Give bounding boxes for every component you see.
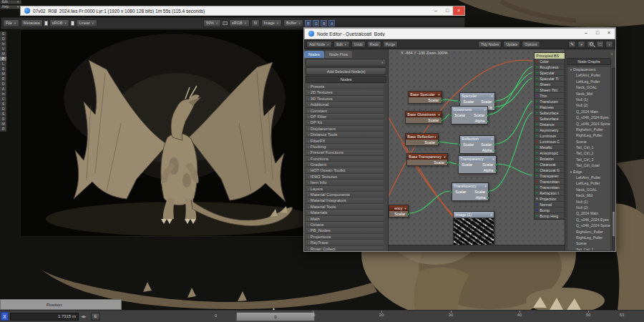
node-category-item[interactable]: ›Functions [306,156,384,162]
tab-nodes[interactable]: Nodes [304,51,324,58]
node-category-item[interactable]: ›Additional [306,102,384,107]
edit-menu[interactable]: Edit▼ [0,0,21,4]
channel-node[interactable]: Reflection▼ ScalarScalar Alpha [459,135,495,154]
node-category-item[interactable]: ›Displacement [306,126,384,132]
base-material-node[interactable]: ency▼ Scalar [389,205,409,218]
tool-strip-letter[interactable]: S [0,102,6,107]
tool-strip-letter[interactable]: L [0,62,6,67]
input-port[interactable] [536,94,538,97]
minimize-button[interactable]: – [580,29,592,39]
input-port[interactable] [536,77,538,79]
frame-slider[interactable]: 0 [236,312,315,321]
principled-input-row[interactable]: Thin [535,93,565,99]
base-material-node[interactable]: Base Glossiness▼ Scalar [405,111,442,124]
node-category-item[interactable]: ›Layers [306,186,384,192]
node-graph-item[interactable]: Tail_Ctrl_Goal [567,162,610,168]
maximize-button[interactable]: □ [441,6,453,15]
tool-strip-letter[interactable]: S [0,67,6,72]
panel-collapse-control[interactable]: ▼ [565,49,615,58]
tool-strip-letter[interactable]: A [0,87,6,92]
tool-strip-letter[interactable]: R [0,77,6,82]
input-port[interactable] [536,203,538,205]
principled-input-row[interactable]: Clearcoat [535,162,565,167]
tool-strip-letter[interactable]: S [0,112,6,117]
principled-input-row[interactable]: Asymmetry [535,127,565,133]
node-graph-item[interactable]: Q_2024 Main [567,109,610,114]
node-graph-item[interactable]: Q_2024 Main [567,210,610,216]
input-port[interactable] [536,106,538,108]
input-port[interactable] [536,186,538,188]
node-graph-item[interactable]: Tail_Ctrl_3 [567,157,610,162]
close-button[interactable]: × [603,29,615,39]
input-port[interactable] [451,191,453,193]
channel-node[interactable]: Glossiness▼ ScalarScalar Alpha [451,106,488,125]
principled-input-row[interactable]: Normal [535,202,565,208]
principled-input-row[interactable]: Luminous C [535,139,565,145]
help-menu[interactable]: Help▼ [0,5,21,9]
file-button[interactable]: File▼ [3,19,19,27]
node-graph-item[interactable]: Tail_Ctrl_2 [567,150,610,156]
input-port[interactable] [536,135,538,137]
undo-button[interactable]: Undo [351,41,366,48]
tidy-nodes-button[interactable]: Tidy Nodes [478,41,502,48]
node-graph-item[interactable]: Neck_Mid [567,192,610,198]
zoom-icon[interactable] [587,41,595,48]
tool-strip-letter[interactable]: M [0,72,6,77]
principled-input-row[interactable]: Anisotropic [535,150,565,156]
principled-input-row[interactable]: Flatness [535,104,565,110]
node-preset-select[interactable]: ▼ [306,59,386,67]
minimize-button[interactable]: – [430,6,441,15]
node-category-item[interactable]: ›Constant [306,108,384,114]
envelope-button[interactable]: E [91,313,100,321]
principled-input-row[interactable]: Color [535,59,565,64]
principled-input-row[interactable]: Specular [535,70,565,76]
edit-button[interactable]: Edit▼ [333,41,350,48]
node-graph-item[interactable]: Neck_GOAL [567,84,610,90]
principled-input-row[interactable]: Roughness [535,64,565,70]
node-category-item[interactable]: ›DP Filter [306,114,384,119]
image-texture-node[interactable]: Image (1)▼ [453,211,494,245]
tool-strip-letter[interactable]: D [0,82,6,87]
input-port[interactable] [536,215,538,217]
principled-input-row[interactable]: Subsurface [535,110,565,116]
principled-input-row[interactable]: Sheen [535,82,565,87]
principled-bsdf-node[interactable]: Principled BS Color Roughness Specular S… [534,52,565,220]
tool-strip-letter[interactable]: S [0,117,6,122]
node-category-item[interactable]: ›Rman Collect [306,246,384,251]
display-srgb-select[interactable]: sRGB▼ [229,19,250,27]
pan-icon[interactable]: + [577,41,585,48]
node-graph-item[interactable]: LeftLeg_Puller [567,180,610,186]
principled-input-row[interactable]: Bump Heig [535,213,565,219]
node-category-item[interactable]: ›HOT Ocean Toolkit [306,167,384,173]
node-category-item[interactable]: ›Materials [306,210,384,215]
principled-input-row[interactable]: Rotation [535,156,565,162]
value-stepper[interactable]: ◀▶ [81,313,87,321]
input-port[interactable] [450,114,452,117]
tool-strip-letter[interactable]: D [0,107,6,112]
node-graph-item[interactable]: RightLeg_Puller [567,235,610,240]
node-category-item[interactable]: ›3D Textures [306,96,384,102]
input-port[interactable] [536,140,538,142]
channel-x-button[interactable]: X [1,312,9,321]
node-graph-item[interactable]: Null (1) [567,199,610,205]
node-category-item[interactable]: ›Gradient [306,162,384,167]
node-graph-item[interactable]: LeftLeg_Puller [567,79,610,84]
node-graph-item[interactable]: Scene [567,240,610,246]
node-graph-item[interactable]: Q_v046_2024 Eyes [567,217,610,223]
linear-select[interactable]: Linear▼ [76,19,97,27]
expand-panel-icon[interactable]: › [605,41,613,48]
input-port[interactable] [536,83,538,85]
node-graph-canvas[interactable]: X -664 Y -130 Zoom 100% [389,49,565,251]
principled-input-row[interactable]: Metallic [535,145,565,150]
image-select[interactable]: Image▼ [261,19,282,27]
input-port[interactable] [536,129,538,131]
node-category-item[interactable]: ›Item Info [306,180,384,185]
node-category-item[interactable]: ›PB_Nodes [306,228,384,233]
node-category-item[interactable]: ›Projections [306,234,384,240]
tool-strip-letter[interactable]: S [0,31,6,36]
redo-button[interactable]: Redo [367,41,381,48]
metadata-button[interactable]: Metadata [21,19,43,27]
base-material-node[interactable]: Base Reflection▼ Scalar [405,133,439,146]
node-category-item[interactable]: ›Presets [306,84,384,89]
close-button[interactable]: × [453,6,464,15]
